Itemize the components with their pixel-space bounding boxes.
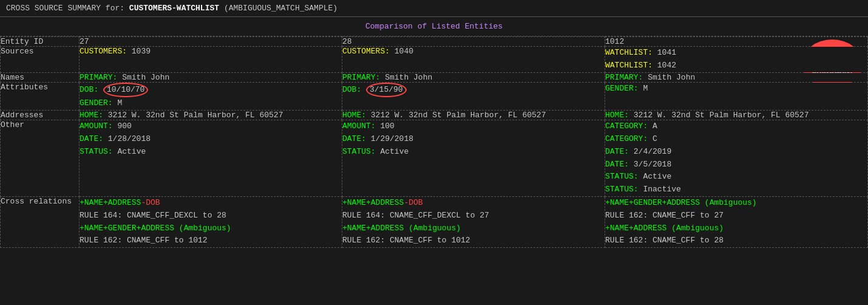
entity-id-label: Entity ID	[1, 37, 80, 47]
cross-relations-label: Cross relations	[1, 196, 80, 247]
sources-e2: CUSTOMERS: 1040	[342, 47, 605, 73]
names-label: Names	[1, 72, 80, 82]
entity-id-row: Entity ID 27 28 1012 Could be either cus…	[1, 37, 868, 47]
other-row: Other AMOUNT: 900 DATE: 1/28/2018 STATUS…	[1, 120, 868, 197]
cross-relations-e2: +NAME+ADDRESS-DOB RULE 164: CNAME_CFF_DE…	[342, 196, 605, 247]
entity-id-e1: 27	[80, 37, 342, 47]
names-e2: PRIMARY: Smith John	[342, 72, 605, 82]
entity-id-e3: 1012 Could be either customer!	[605, 37, 868, 47]
cross-relations-e3: +NAME+GENDER+ADDRESS (Ambiguous) RULE 16…	[605, 196, 868, 247]
other-e1: AMOUNT: 900 DATE: 1/28/2018 STATUS: Acti…	[80, 120, 342, 197]
addresses-label: Addresses	[1, 111, 80, 120]
names-row: Names PRIMARY: Smith John PRIMARY: Smith…	[1, 72, 868, 82]
other-e2: AMOUNT: 100 DATE: 1/29/2018 STATUS: Acti…	[342, 120, 605, 197]
names-e1: PRIMARY: Smith John	[80, 72, 342, 82]
sources-e1: CUSTOMERS: 1039	[80, 47, 342, 73]
comparison-header: Comparison of Listed Entities	[0, 17, 868, 36]
sources-label: Sources	[1, 47, 80, 73]
other-label: Other	[1, 120, 80, 197]
main-table: Entity ID 27 28 1012 Could be either cus…	[0, 36, 868, 248]
cross-relations-row: Cross relations +NAME+ADDRESS-DOB RULE 1…	[1, 196, 868, 247]
addresses-e3: HOME: 3212 W. 32nd St Palm Harbor, FL 60…	[605, 111, 868, 120]
sources-e3: WATCHLIST: 1041 WATCHLIST: 1042	[605, 47, 868, 73]
addresses-row: Addresses HOME: 3212 W. 32nd St Palm Har…	[1, 111, 868, 120]
cross-relations-e1: +NAME+ADDRESS-DOB RULE 164: CNAME_CFF_DE…	[80, 196, 342, 247]
addresses-e2: HOME: 3212 W. 32nd St Palm Harbor, FL 60…	[342, 111, 605, 120]
title-suffix: (AMBIGUOUS_MATCH_SAMPLE)	[219, 4, 337, 13]
title-bar: CROSS SOURCE SUMMARY for: CUSTOMERS-WATC…	[0, 0, 868, 17]
sources-row: Sources CUSTOMERS: 1039 CUSTOMERS: 1040 …	[1, 47, 868, 73]
other-e3: CATEGORY: A CATEGORY: C DATE: 2/4/2019 D…	[605, 120, 868, 197]
attributes-label: AttributesAttributes	[1, 82, 80, 111]
entity-id-e2: 28	[342, 37, 605, 47]
title-prefix: CROSS SOURCE SUMMARY for:	[6, 4, 129, 13]
title-main: CUSTOMERS-WATCHLIST	[129, 4, 219, 13]
attributes-e1: DOB: 10/10/70 GENDER: M	[80, 82, 342, 111]
attributes-e2: DOB: 3/15/90	[342, 82, 605, 111]
names-e3: PRIMARY: Smith John	[605, 72, 868, 82]
attributes-e3: GENDER: M	[605, 82, 868, 111]
attributes-row: AttributesAttributes DOB: 10/10/70 GENDE…	[1, 82, 868, 111]
addresses-e1: HOME: 3212 W. 32nd St Palm Harbor, FL 60…	[80, 111, 342, 120]
